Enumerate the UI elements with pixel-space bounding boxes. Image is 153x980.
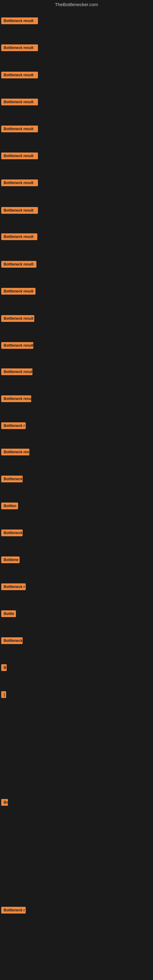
bottleneck-badge: Bottleneck [1,637,22,644]
bottleneck-badge: Bottleneck result [1,126,38,132]
bottleneck-badge: Bottleneck [1,530,22,536]
bottleneck-badge: Bottle [1,610,16,617]
bottleneck-badge: Bottleneck result [1,342,33,349]
bottleneck-badge: Bottleneck [1,476,22,482]
bottleneck-badge: Bottleneck result [1,18,38,24]
bottleneck-badge: Bottlene [1,557,19,563]
bottleneck-badge: Bottleneck result [1,207,38,214]
page-wrapper: TheBottlenecker.com Bottleneck resultBot… [0,0,153,980]
bottleneck-badge: Bottleneck result [1,315,34,322]
bottleneck-badge: Bottleneck result [1,261,37,268]
bottleneck-badge: B [1,664,7,671]
bottleneck-badge: Bottleneck result [1,368,32,375]
bottleneck-badge: Bottleneck result [1,72,38,78]
bottleneck-badge: Bottleneck r [1,907,26,913]
bottleneck-badge: Bottleneck resu [1,449,29,455]
bottleneck-badge: Bottleneck result [1,288,35,294]
bottleneck-badge: Bottleneck result [1,395,31,402]
bottleneck-badge: Bottleneck result [1,45,38,51]
bottleneck-badge: Bottleneck result [1,233,37,240]
bottleneck-badge: Bottleneck r [1,422,26,429]
bottleneck-badge: Bottleneck result [1,99,38,105]
bottleneck-badge: Bottleneck result [1,180,38,186]
bottleneck-badge: Bo [1,799,8,806]
bottleneck-badge: | [1,691,6,698]
bottleneck-badge: Bottleneck r [1,584,26,590]
bottleneck-badge: Bottleneck result [1,153,38,159]
site-title: TheBottlenecker.com [0,2,153,7]
bottleneck-badge: Bottlen [1,503,18,509]
